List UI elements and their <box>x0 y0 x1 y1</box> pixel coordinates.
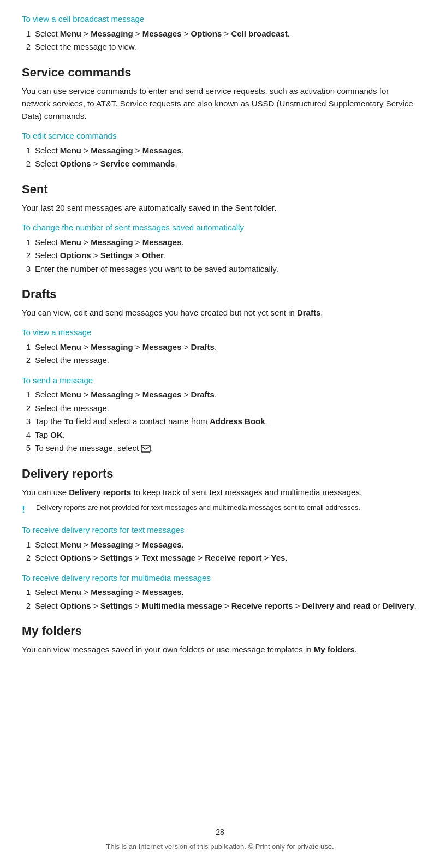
list-item: 1 Select Menu > Messaging > Messages. <box>22 145 418 157</box>
my-folders-heading: My folders <box>22 622 418 640</box>
list-text: To send the message, select . <box>35 442 153 455</box>
list-item: 2 Select the message. <box>22 354 418 367</box>
sent-heading: Sent <box>22 180 418 198</box>
list-text: Select Options > Settings > Text message… <box>35 552 288 564</box>
list-number: 3 <box>22 415 31 428</box>
view-message-list: 1 Select Menu > Messaging > Messages > D… <box>22 341 418 367</box>
list-text: Select Menu > Messaging > Messages. <box>35 586 184 599</box>
list-item: 2 Select Options > Settings > Multimedia… <box>22 600 418 613</box>
list-number: 1 <box>22 236 31 249</box>
my-folders-body: You can view messages saved in your own … <box>22 643 418 656</box>
list-number: 4 <box>22 429 31 442</box>
list-item: 4 Tap OK. <box>22 429 418 442</box>
list-text: Select Options > Settings > Multimedia m… <box>35 600 417 613</box>
list-item: 2 Select Options > Service commands. <box>22 158 418 170</box>
svg-line-1 <box>141 446 146 449</box>
svg-rect-0 <box>141 445 150 452</box>
list-text: Select Menu > Messaging > Messages. <box>35 145 184 157</box>
drafts-heading: Drafts <box>22 285 418 303</box>
list-item: 2 Select Options > Settings > Other. <box>22 249 418 262</box>
list-item: 2 Select the message. <box>22 402 418 415</box>
list-text: Select Menu > Messaging > Messages. <box>35 236 184 249</box>
delivery-warning: ! Delivery reports are not provided for … <box>22 503 418 516</box>
edit-service-commands-heading: To edit service commands <box>22 130 418 142</box>
view-message-heading: To view a message <box>22 326 418 339</box>
receive-text-reports-heading: To receive delivery reports for text mes… <box>22 524 418 537</box>
delivery-reports-body: You can use Delivery reports to keep tra… <box>22 486 418 498</box>
list-number: 1 <box>22 389 31 401</box>
list-number: 2 <box>22 402 31 415</box>
cell-broadcast-heading: To view a cell broadcast message <box>22 13 418 26</box>
list-number: 2 <box>22 41 31 53</box>
list-number: 2 <box>22 354 31 367</box>
list-number: 1 <box>22 145 31 157</box>
delivery-reports-heading: Delivery reports <box>22 465 418 483</box>
list-text: Select the message. <box>35 402 109 415</box>
service-commands-heading: Service commands <box>22 63 418 81</box>
list-number: 1 <box>22 539 31 551</box>
list-text: Tap OK. <box>35 429 65 442</box>
svg-line-2 <box>146 446 150 449</box>
list-item: 1 Select Menu > Messaging > Messages. <box>22 539 418 551</box>
send-message-list: 1 Select Menu > Messaging > Messages > D… <box>22 389 418 455</box>
list-number: 2 <box>22 552 31 564</box>
list-number: 2 <box>22 158 31 170</box>
send-message-heading: To send a message <box>22 374 418 387</box>
change-sent-heading: To change the number of sent messages sa… <box>22 222 418 234</box>
list-text: Select Menu > Messaging > Messages > Dra… <box>35 389 217 401</box>
receive-multimedia-reports-heading: To receive delivery reports for multimed… <box>22 572 418 585</box>
drafts-body: You can view, edit and send messages you… <box>22 306 418 319</box>
list-text: Select Menu > Messaging > Messages > Opt… <box>35 28 290 40</box>
list-number: 1 <box>22 28 31 40</box>
list-number: 1 <box>22 341 31 354</box>
sent-body: Your last 20 sent messages are automatic… <box>22 201 418 214</box>
list-item: 3 Tap the To field and select a contact … <box>22 415 418 428</box>
list-text: Enter the number of messages you want to… <box>35 263 278 276</box>
page-content: To view a cell broadcast message 1 Selec… <box>0 0 440 868</box>
page-footer: 28 This is an Internet version of this p… <box>0 827 440 852</box>
warning-text: Delivery reports are not provided for te… <box>36 503 360 513</box>
warning-icon: ! <box>22 503 32 516</box>
service-commands-body: You can use service commands to enter an… <box>22 85 418 123</box>
edit-service-commands-list: 1 Select Menu > Messaging > Messages. 2 … <box>22 145 418 170</box>
list-item: 1 Select Menu > Messaging > Messages. <box>22 586 418 599</box>
list-item: 1 Select Menu > Messaging > Messages > O… <box>22 28 418 40</box>
list-number: 5 <box>22 442 31 455</box>
list-item: 2 Select the message to view. <box>22 41 418 53</box>
receive-text-reports-list: 1 Select Menu > Messaging > Messages. 2 … <box>22 539 418 564</box>
list-text: Select Menu > Messaging > Messages > Dra… <box>35 341 217 354</box>
list-item: 3 Enter the number of messages you want … <box>22 263 418 276</box>
list-number: 3 <box>22 263 31 276</box>
list-item: 5 To send the message, select . <box>22 442 418 455</box>
footer-note: This is an Internet version of this publ… <box>0 841 440 852</box>
list-item: 1 Select Menu > Messaging > Messages. <box>22 236 418 249</box>
list-text: Select Options > Settings > Other. <box>35 249 166 262</box>
change-sent-list: 1 Select Menu > Messaging > Messages. 2 … <box>22 236 418 276</box>
list-text: Select Options > Service commands. <box>35 158 177 170</box>
cell-broadcast-list: 1 Select Menu > Messaging > Messages > O… <box>22 28 418 53</box>
list-item: 2 Select Options > Settings > Text messa… <box>22 552 418 564</box>
list-text: Select the message to view. <box>35 41 136 53</box>
page-number: 28 <box>0 827 440 838</box>
list-number: 2 <box>22 600 31 613</box>
list-text: Tap the To field and select a contact na… <box>35 415 267 428</box>
list-text: Select Menu > Messaging > Messages. <box>35 539 184 551</box>
list-number: 1 <box>22 586 31 599</box>
receive-multimedia-reports-list: 1 Select Menu > Messaging > Messages. 2 … <box>22 586 418 612</box>
list-number: 2 <box>22 249 31 262</box>
list-item: 1 Select Menu > Messaging > Messages > D… <box>22 389 418 401</box>
list-text: Select the message. <box>35 354 109 367</box>
list-item: 1 Select Menu > Messaging > Messages > D… <box>22 341 418 354</box>
